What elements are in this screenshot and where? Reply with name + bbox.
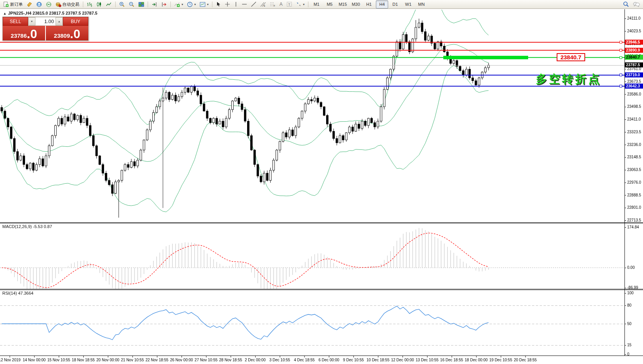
tile-windows-icon [138,2,144,7]
time-axis-label: 4 Dec 18:55 [294,358,315,362]
templates-button[interactable]: ▾ [198,0,210,8]
horizontal-line-button[interactable] [240,0,249,8]
trendline-icon [251,2,256,7]
trendline-button[interactable] [249,0,258,8]
price-axis-tick: 22801.0 [627,205,641,210]
sell-price-pips: .0 [27,28,37,40]
sell-button[interactable]: SELL [3,17,28,26]
timeframe-MN[interactable]: MN [415,0,428,8]
zoom-out-button[interactable] [127,0,136,8]
price-axis-tick: 23411.0 [627,117,641,121]
tile-windows-button[interactable] [137,0,146,8]
price-level-badge: 23719.0 [625,72,643,77]
template-icon [200,2,205,7]
symbol-ohlc-text: JPN225-,H4 23815.0 23817.5 23787.5 23787… [8,11,98,15]
timeframe-D1[interactable]: D1 [389,0,401,8]
rsi-axis-tick: 50 [627,322,631,326]
line-endpoint-marker[interactable] [619,74,622,76]
volume-decrease-button[interactable]: ▼ [28,17,35,25]
price-chart-canvas[interactable] [0,0,643,364]
time-axis-label: 12 Nov 2019 [0,358,20,362]
svg-text:F: F [274,5,275,7]
dropdown-arrow-icon: ▾ [303,3,305,6]
line-endpoint-marker[interactable] [619,41,622,44]
price-axis-tick: 22713.5 [627,218,641,222]
volume-increase-button[interactable]: ▲ [56,17,63,25]
price-level-badge: 23890.9 [625,48,643,53]
new-order-button[interactable]: 新订单 [2,0,24,8]
time-axis-label: 20 Dec 18:55 [514,358,537,362]
timeframe-M1[interactable]: M1 [310,0,323,8]
timeframe-W1[interactable]: W1 [402,0,414,8]
channel-button[interactable]: E [259,0,268,8]
sell-price-main: 23786 [11,32,27,40]
new-order-label: 新订单 [10,2,23,7]
text-label-button[interactable]: T [285,0,294,8]
main-toolbar: 新订单 自动交易 [0,0,643,9]
timeframe-M30[interactable]: M30 [350,0,362,8]
chart-shift-button[interactable] [160,0,168,8]
one-click-trading-panel: SELL ▼ 1.00 ▲ BUY 23786.0 23809.0 [2,17,89,41]
chart-annotation-text[interactable]: 多空转折点 [536,72,601,87]
fibonacci-button[interactable]: F [268,0,277,8]
toolbar-separator [170,2,171,7]
text-button[interactable]: A [278,0,284,8]
timeframe-H1[interactable]: H1 [363,0,375,8]
chart-candles-button[interactable] [95,0,104,8]
candlestick-chart-icon [96,2,102,7]
buy-button[interactable]: BUY [63,17,88,26]
dropdown-arrow-icon: ▾ [194,3,196,6]
auto-scroll-button[interactable] [150,0,159,8]
timeframe-H4[interactable]: H4 [376,0,388,8]
toolbar-separator [212,2,212,7]
chat-button[interactable] [631,0,641,8]
time-axis-label: 6 Dec 00:00 [318,358,339,362]
chart-line-button[interactable] [104,0,113,8]
rsi-axis-tick: 80 [627,303,631,307]
time-axis-label: 10 Dec 18:55 [367,358,390,362]
price-callout-box[interactable]: 23840.7 [557,53,585,61]
macd-indicator-label: MACD(12,26,9) -5.53 0.87 [2,224,52,229]
timeframe-M15[interactable]: M15 [337,0,349,8]
search-button[interactable] [621,0,631,8]
time-axis-label: 26 Nov 00:00 [170,358,193,362]
line-endpoint-marker[interactable] [619,49,622,52]
chart-bars-button[interactable] [85,0,94,8]
metaeditor-button[interactable] [25,0,34,8]
vertical-line-button[interactable] [232,0,239,8]
signals-button[interactable] [44,0,53,8]
timeframe-M5[interactable]: M5 [323,0,336,8]
dropdown-arrow-icon: ▾ [207,3,209,6]
cursor-button[interactable] [214,0,222,8]
toolbar-separator [115,2,116,7]
buy-price-display[interactable]: 23809.0 [46,26,88,40]
macd-axis-tick: -86.99 [627,285,638,290]
autotrading-label: 自动交易 [62,2,79,7]
community-button[interactable] [35,0,44,8]
toolbar-separator [83,2,83,7]
volume-value[interactable]: 1.00 [35,17,56,25]
arrows-button[interactable]: ▾ [295,0,306,8]
periods-button[interactable]: ▾ [185,0,197,8]
crosshair-button[interactable] [223,0,232,8]
line-endpoint-marker[interactable] [619,85,622,87]
autotrading-button[interactable]: 自动交易 [54,0,81,8]
indicators-button[interactable]: ▾ [173,0,185,8]
line-endpoint-marker[interactable] [619,56,622,59]
zoom-in-button[interactable] [118,0,126,8]
macd-axis-tick: 0.00 [627,265,635,270]
buy-price-pips: .0 [70,28,81,40]
chart-shift-icon [161,2,167,7]
price-axis-tick: 23586.0 [627,92,641,96]
symbol-info-bar[interactable]: ▲JPN225-,H4 23815.0 23817.5 23787.5 2378… [3,11,98,15]
time-axis-label: 19 Dec 10:55 [489,358,512,362]
macd-axis-tick: 174.84 [627,225,639,229]
time-axis-label: 28 Nov 18:55 [219,358,242,362]
time-axis-label: 2 Dec 00:00 [245,358,266,362]
time-axis-label: 16 Dec 18:55 [440,358,463,362]
crosshair-icon [225,2,230,7]
svg-text:E: E [264,5,265,7]
buy-price-main: 23809 [54,32,70,40]
rsi-indicator-label: RSI(14) 47.3664 [2,291,34,295]
sell-price-display[interactable]: 23786.0 [3,26,45,40]
